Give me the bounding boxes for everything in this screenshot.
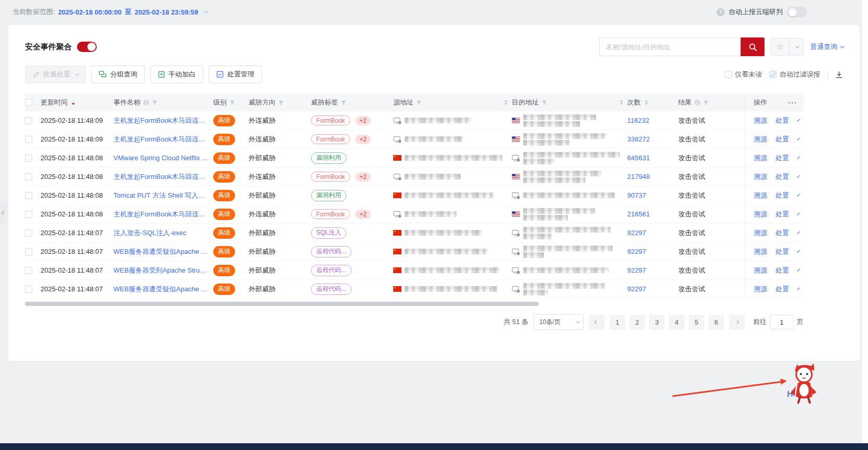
aggregate-toggle[interactable] <box>77 42 97 52</box>
count-link[interactable]: 116232 <box>627 117 649 124</box>
data-range[interactable]: 当前数据范围: 2025-02-18 00:00:00 至 2025-02-18… <box>12 7 207 17</box>
count-link[interactable]: 92297 <box>627 229 646 237</box>
row-checkbox[interactable] <box>25 173 32 181</box>
chevron-down-icon[interactable] <box>797 268 800 271</box>
page-button-6[interactable]: 6 <box>708 315 724 330</box>
event-name-link[interactable]: VMware Spring Cloud Netflix ... <box>113 154 208 162</box>
chevron-down-icon[interactable] <box>797 212 800 215</box>
page-button-5[interactable]: 5 <box>689 315 704 330</box>
unread-only-checkbox[interactable]: 仅看未读 <box>724 70 762 79</box>
row-checkbox[interactable] <box>25 248 32 255</box>
sort-icon[interactable] <box>620 98 623 107</box>
extra-tags-count[interactable]: +2 <box>355 135 371 144</box>
count-link[interactable]: 338272 <box>627 135 650 143</box>
dispose-link[interactable]: 处置 <box>775 210 789 219</box>
trace-source-link[interactable]: 溯源 <box>754 228 767 238</box>
chevron-down-icon[interactable] <box>797 156 800 159</box>
extra-tags-count[interactable]: +2 <box>355 172 371 182</box>
trace-source-link[interactable]: 溯源 <box>754 285 767 294</box>
trace-source-link[interactable]: 溯源 <box>754 135 767 144</box>
auto-filter-checkbox[interactable]: 自动过滤误报 <box>769 70 820 79</box>
next-page-button[interactable] <box>729 315 745 330</box>
page-button-1[interactable]: 1 <box>610 315 625 330</box>
page-size-select[interactable]: 10条/页 <box>534 314 584 330</box>
left-collapse-handle[interactable] <box>0 202 7 224</box>
scrollbar-thumb[interactable] <box>25 302 539 306</box>
sort-icon[interactable] <box>72 98 75 107</box>
sort-icon[interactable] <box>504 98 508 107</box>
page-button-3[interactable]: 3 <box>649 315 665 330</box>
row-checkbox[interactable] <box>25 267 32 274</box>
count-link[interactable]: 92297 <box>627 248 646 255</box>
event-name-link[interactable]: 注入攻击-SQL注入-exec <box>113 228 186 238</box>
row-checkbox[interactable] <box>25 286 32 293</box>
favorite-dropdown-button[interactable] <box>789 38 804 55</box>
count-link[interactable]: 216561 <box>627 210 650 218</box>
count-link[interactable]: 92297 <box>627 266 646 274</box>
row-checkbox[interactable] <box>25 155 32 162</box>
select-all-checkbox[interactable] <box>25 99 32 106</box>
chevron-down-icon[interactable] <box>797 118 800 121</box>
filter-icon[interactable] <box>541 100 547 106</box>
row-checkbox[interactable] <box>25 192 32 199</box>
favorite-star-button[interactable]: ☆ <box>771 38 789 55</box>
event-name-link[interactable]: WEB服务器受到Apache Struts ... <box>113 266 208 275</box>
manual-whitelist-button[interactable]: 手动加白 <box>150 66 203 83</box>
trace-source-link[interactable]: 溯源 <box>754 116 767 125</box>
filter-icon[interactable] <box>152 100 158 106</box>
extra-tags-count[interactable]: +2 <box>355 210 371 219</box>
dispose-link[interactable]: 处置 <box>775 172 789 182</box>
row-checkbox[interactable] <box>25 229 32 237</box>
dispose-link[interactable]: 处置 <box>775 191 789 200</box>
group-query-button[interactable]: 分组查询 <box>91 66 145 83</box>
prev-page-button[interactable] <box>589 315 604 330</box>
dispose-link[interactable]: 处置 <box>775 153 789 163</box>
row-checkbox[interactable] <box>25 136 32 143</box>
dispose-link[interactable]: 处置 <box>775 247 789 256</box>
page-button-4[interactable]: 4 <box>669 315 684 330</box>
dispose-link[interactable]: 处置 <box>775 228 789 238</box>
page-button-2[interactable]: 2 <box>629 315 645 330</box>
count-link[interactable]: 92297 <box>627 285 646 293</box>
dispose-link[interactable]: 处置 <box>775 135 789 144</box>
chevron-down-icon[interactable] <box>797 174 800 177</box>
query-mode-switcher[interactable]: 普通查询 <box>810 42 843 52</box>
chevron-down-icon[interactable] <box>797 249 800 252</box>
chevron-down-icon[interactable] <box>797 137 800 140</box>
filter-icon[interactable] <box>703 100 709 106</box>
trace-source-link[interactable]: 溯源 <box>754 210 767 219</box>
filter-icon[interactable] <box>278 100 284 106</box>
dispose-mgmt-button[interactable]: 处置管理 <box>209 66 262 83</box>
chevron-down-icon[interactable] <box>204 9 208 13</box>
event-name-link[interactable]: 主机发起FormBook木马回连请求 <box>113 116 208 125</box>
dispose-link[interactable]: 处置 <box>775 116 789 125</box>
trace-source-link[interactable]: 溯源 <box>754 153 767 163</box>
sort-icon[interactable] <box>645 98 648 107</box>
trace-source-link[interactable]: 溯源 <box>754 266 767 275</box>
trace-source-link[interactable]: 溯源 <box>754 191 767 200</box>
event-name-link[interactable]: 主机发起FormBook木马回连请求 <box>113 172 208 182</box>
mascot[interactable] <box>788 363 818 406</box>
info-icon[interactable] <box>143 99 149 106</box>
filter-icon[interactable] <box>341 100 346 106</box>
col-update-time[interactable]: 更新时间 <box>41 98 68 107</box>
event-name-link[interactable]: WEB服务器遭受疑似Apache St... <box>113 285 208 294</box>
row-checkbox[interactable] <box>25 117 32 124</box>
download-button[interactable] <box>835 71 843 79</box>
search-button[interactable] <box>741 37 765 56</box>
filter-icon[interactable] <box>229 100 235 106</box>
trace-source-link[interactable]: 溯源 <box>754 172 767 182</box>
chevron-down-icon[interactable] <box>797 193 800 196</box>
filter-icon[interactable] <box>416 100 422 106</box>
event-name-link[interactable]: Tomcat PUT 方法 Shell 写入漏... <box>113 191 208 200</box>
batch-dispose-button[interactable]: 批量处置 <box>25 66 86 83</box>
auto-report-toggle[interactable] <box>787 7 807 17</box>
goto-page-input[interactable] <box>770 315 794 329</box>
count-link[interactable]: 90737 <box>627 191 646 199</box>
chevron-down-icon[interactable] <box>797 287 800 290</box>
help-icon[interactable]: ? <box>717 8 724 16</box>
row-checkbox[interactable] <box>25 211 32 218</box>
dispose-link[interactable]: 处置 <box>775 266 789 275</box>
event-name-link[interactable]: 主机发起FormBook木马回连请... <box>113 135 208 144</box>
dispose-link[interactable]: 处置 <box>775 285 789 294</box>
